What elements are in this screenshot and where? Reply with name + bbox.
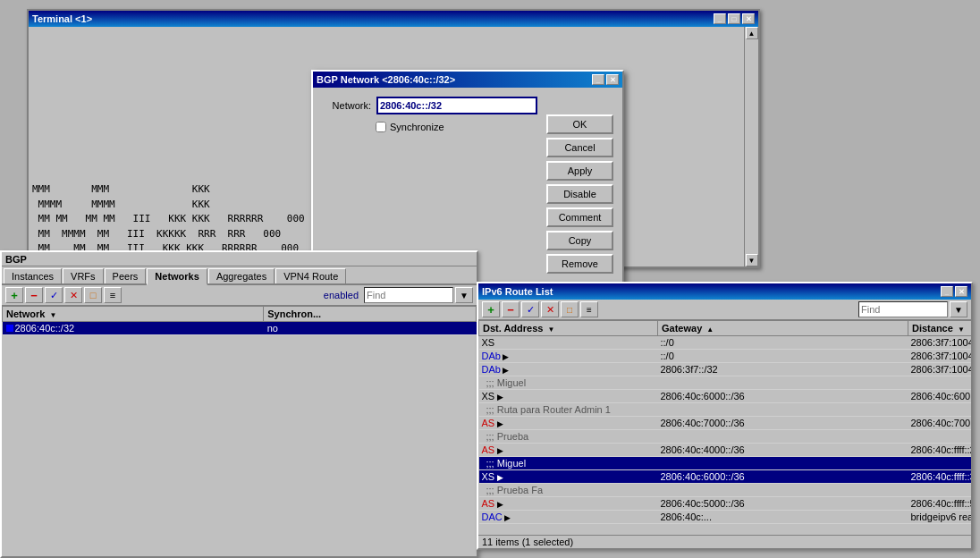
bgp-find-input[interactable]	[364, 287, 453, 303]
tab-aggregates[interactable]: Aggregates	[208, 268, 275, 283]
ipv6-add-button[interactable]: +	[482, 301, 500, 317]
cell-type: AS ▶	[479, 497, 658, 511]
cancel-button[interactable]: Cancel	[546, 138, 613, 157]
bgp-dialog-close-btn[interactable]: ✕	[606, 74, 619, 85]
apply-button[interactable]: Apply	[546, 161, 613, 181]
ipv6-box-icon: □	[567, 305, 572, 315]
ipv6-close-btn[interactable]: ✕	[955, 286, 967, 297]
bgp-dialog-titlebar: BGP Network <2806:40c::/32> _ ✕	[313, 72, 622, 88]
ipv6-table-container: Dst. Address ▼ Gateway ▲ Distance ▼ XS::…	[478, 320, 971, 536]
scroll-up-arrow[interactable]: ▲	[746, 27, 758, 39]
ipv6-disable-button[interactable]: ✕	[541, 301, 559, 317]
ipv6-filter-button[interactable]: ≡	[580, 301, 598, 317]
table-row[interactable]: 2806:40c::/32 no	[3, 322, 477, 335]
ipv6-remove-button[interactable]: −	[502, 301, 520, 317]
terminal-close-btn[interactable]: ✕	[742, 13, 755, 24]
table-row[interactable]: ;;; Prueba Fa	[479, 484, 972, 497]
tab-vrfs[interactable]: VRFs	[63, 268, 104, 283]
ipv6-panel-titlebar: IPv6 Route List _ ✕	[478, 283, 971, 300]
table-row[interactable]: AS ▶ 2806:40c:4000::/362806:40c:ffff::20…	[479, 444, 972, 457]
cell-dst: ::/0	[658, 350, 908, 363]
col-dst-address[interactable]: Dst. Address ▼	[479, 321, 658, 336]
ipv6-enable-button[interactable]: ✓	[521, 301, 539, 317]
enable-button[interactable]: ✓	[45, 287, 63, 303]
add-button[interactable]: +	[5, 287, 23, 303]
ipv6-plus-icon: +	[487, 303, 494, 317]
col-network[interactable]: Network ▼	[3, 307, 264, 322]
cell-dst: 2806:3f7::/32	[658, 363, 908, 376]
ipv6-minimize-btn[interactable]: _	[941, 286, 953, 297]
col-distance[interactable]: Distance ▼	[908, 321, 972, 336]
tab-vpn4route[interactable]: VPN4 Route	[275, 268, 346, 283]
cell-type: DAb ▶	[479, 350, 658, 363]
table-row[interactable]: XS::/02806:3f7:1004:bbbb:bbbb:bbbb:f0ca:…	[479, 336, 972, 350]
terminal-controls: _ □ ✕	[714, 13, 755, 24]
ipv6-route-table: Dst. Address ▼ Gateway ▲ Distance ▼ XS::…	[478, 320, 971, 524]
tab-networks[interactable]: Networks	[147, 268, 207, 285]
bgp-dialog-minimize-btn[interactable]: _	[592, 74, 604, 85]
filter-icon: ≡	[110, 290, 115, 300]
table-row[interactable]: DAb ▶ ::/02806:3f7:1004:bbbb:bbbb:bbbb:f…	[479, 350, 972, 363]
ipv6-highlight-button[interactable]: □	[561, 301, 579, 317]
table-row[interactable]: XS ▶ 2806:40c:6000::/362806:40c:6001::a:…	[479, 390, 972, 403]
highlight-button[interactable]: □	[84, 287, 102, 303]
check-icon: ✓	[50, 290, 58, 301]
col-synchronize[interactable]: Synchron...	[264, 307, 477, 322]
cell-dst: 2806:40c:...	[658, 511, 908, 524]
network-icon	[6, 325, 13, 332]
cell-comment: ;;; Miguel	[479, 376, 972, 390]
ipv6-status-bar: 11 items (1 selected)	[478, 535, 971, 548]
bgp-table-container: Network ▼ Synchron... 2806:40c::/32 no	[2, 306, 477, 540]
terminal-maximize-btn[interactable]: □	[728, 13, 740, 24]
cell-dst: 2806:40c:5000::/36	[658, 497, 908, 511]
table-row[interactable]: ;;; Prueba	[479, 430, 972, 444]
cell-gateway: 2806:40c:ffff::300	[908, 470, 972, 484]
tab-instances[interactable]: Instances	[4, 268, 62, 283]
cell-gateway: 2806:40c:ffff::500 reachable bridgeipv6	[908, 497, 972, 511]
ipv6-find-dropdown-btn[interactable]: ▼	[950, 301, 967, 317]
cell-dst: 2806:40c:7000::/36	[658, 417, 908, 430]
cell-gateway: 2806:3f7:1004:bbbb:bbbb:bbbb:f0ca:f0ca r…	[908, 350, 972, 363]
cell-type: DAb ▶	[479, 363, 658, 376]
cell-gateway: 2806:40c:6001::a:cccc	[908, 390, 972, 403]
comment-button[interactable]: Comment	[546, 207, 613, 227]
sync-checkbox[interactable]	[376, 122, 386, 132]
table-row[interactable]: ;;; Miguel	[479, 376, 972, 390]
cell-type: XS ▶	[479, 470, 658, 484]
copy-button[interactable]: Copy	[546, 231, 613, 250]
terminal-scrollbar[interactable]: ▲ ▼	[744, 27, 758, 266]
table-row[interactable]: ;;; Miguel	[479, 457, 972, 470]
table-row[interactable]: DAC ▶ 2806:40c:...bridgeipv6 reachable	[479, 511, 972, 524]
dialog-buttons: OK Cancel Apply Disable Comment Copy Rem…	[546, 114, 613, 274]
table-row[interactable]: AS ▶ 2806:40c:7000::/362806:40c:7001:eee…	[479, 417, 972, 430]
scroll-down-arrow[interactable]: ▼	[746, 254, 758, 266]
bgp-tab-bar: Instances VRFs Peers Networks Aggregates…	[2, 266, 477, 285]
disable-button-toolbar[interactable]: ✕	[64, 287, 82, 303]
cell-type: DAC ▶	[479, 511, 658, 524]
minus-icon: −	[30, 289, 38, 302]
filter-button[interactable]: ≡	[104, 287, 122, 303]
ipv6-status-text: 11 items (1 selected)	[482, 537, 573, 547]
ipv6-find-input[interactable]	[858, 301, 948, 317]
remove-button[interactable]: Remove	[546, 254, 613, 274]
table-row[interactable]: XS ▶ 2806:40c:6000::/362806:40c:ffff::30…	[479, 470, 972, 484]
find-dropdown-btn[interactable]: ▼	[455, 287, 473, 303]
box-icon: □	[90, 290, 97, 300]
remove-button-toolbar[interactable]: −	[25, 287, 43, 303]
table-row[interactable]: DAb ▶ 2806:3f7::/322806:3f7:1004:bbbb:bb…	[479, 363, 972, 376]
tab-peers[interactable]: Peers	[105, 268, 147, 283]
cell-network: 2806:40c::/32	[3, 322, 264, 335]
cell-type: XS	[479, 336, 658, 350]
cell-comment: ;;; Prueba Fa	[479, 484, 972, 497]
disable-button[interactable]: Disable	[546, 184, 613, 204]
table-row[interactable]: ;;; Ruta para Router Admin 1	[479, 403, 972, 417]
x-icon: ✕	[70, 290, 78, 301]
sync-label: Synchronize	[390, 122, 444, 132]
table-row[interactable]: AS ▶ 2806:40c:5000::/362806:40c:ffff::50…	[479, 497, 972, 511]
bgp-dialog-controls: _ ✕	[592, 74, 619, 85]
ok-button[interactable]: OK	[546, 114, 613, 134]
network-input[interactable]	[376, 97, 537, 114]
col-gateway[interactable]: Gateway ▲	[658, 321, 908, 336]
ipv6-minus-icon: −	[507, 303, 514, 317]
terminal-minimize-btn[interactable]: _	[714, 13, 726, 24]
